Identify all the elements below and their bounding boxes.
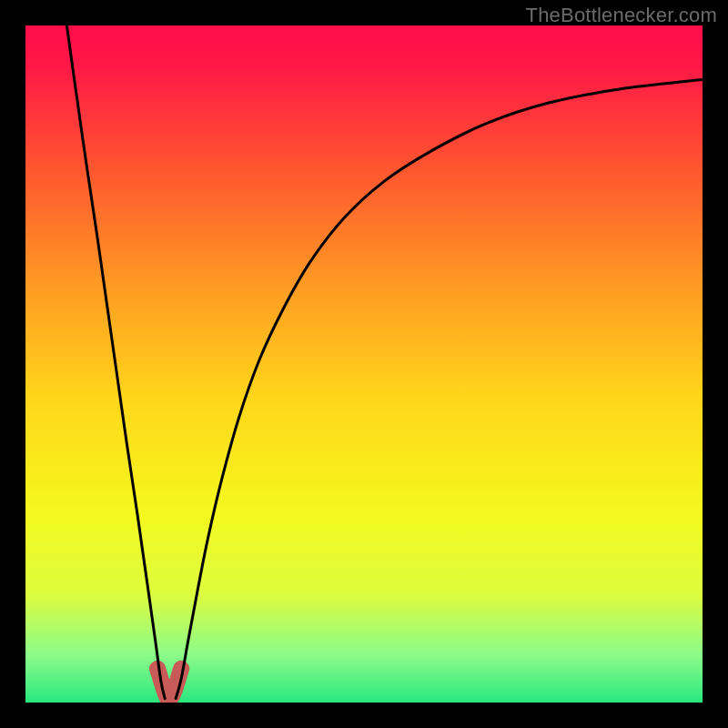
chart-svg xyxy=(25,25,703,703)
chart-plot-area xyxy=(25,25,703,703)
outer-frame: TheBottlenecker.com xyxy=(0,0,728,728)
gradient-background xyxy=(25,25,703,703)
watermark-text: TheBottlenecker.com xyxy=(526,4,717,27)
